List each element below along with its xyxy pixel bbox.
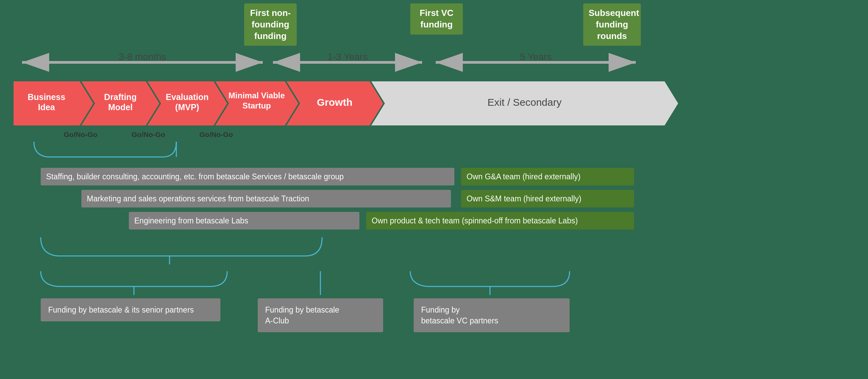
svg-text:Exit / Secondary: Exit / Secondary [488, 97, 561, 108]
bottom-funding-bracket [14, 268, 658, 302]
go-nogo-1: Go/No-Go [64, 131, 97, 139]
go-nogo-2: Go/No-Go [132, 131, 165, 139]
svg-text:Minimal Viable: Minimal Viable [229, 91, 285, 100]
svg-text:5 Years: 5 Years [520, 53, 551, 62]
vc-partners-box: Funding bybetascale VC partners [414, 298, 570, 332]
subsequent-funding-label: Subsequentfundingrounds [583, 3, 641, 46]
first-vc-funding-label: First VCfunding [410, 3, 463, 35]
months-arrow: 3-8 months [17, 53, 268, 72]
staffing-bar: Staffing, builder consulting, accounting… [41, 168, 454, 185]
betascale-partners-box: Funding by betascale & its senior partne… [41, 298, 220, 321]
first-non-funding-label: First non- founding funding [244, 3, 297, 46]
svg-text:1-3 Years: 1-3 Years [328, 53, 368, 62]
go-nogo-3: Go/No-Go [199, 131, 233, 139]
svg-text:3-8 months: 3-8 months [119, 53, 166, 62]
sm-team-bar: Own S&M team (hired externally) [461, 190, 634, 207]
process-chevrons-svg: Business Idea Drafting Model Evaluation … [14, 81, 678, 125]
svg-text:Growth: Growth [317, 97, 353, 108]
svg-text:Business: Business [27, 92, 65, 102]
marketing-bar: Marketing and sales operations services … [81, 190, 451, 207]
engineering-bar: Engineering from betascale Labs [129, 212, 359, 230]
svg-text:Drafting: Drafting [104, 92, 137, 102]
years1-arrow: 1-3 Years [268, 53, 427, 72]
svg-text:Evaluation: Evaluation [166, 92, 209, 102]
process-flow: Business Idea Drafting Model Evaluation … [14, 81, 678, 125]
go-nogo-bracket [14, 138, 319, 165]
aclub-box: Funding by betascaleA-Club [258, 298, 383, 332]
ga-team-bar: Own G&A team (hired externally) [461, 168, 634, 185]
svg-text:Idea: Idea [38, 102, 55, 112]
bottom-bracket [14, 234, 658, 268]
svg-text:Model: Model [108, 102, 133, 112]
product-team-bar: Own product & tech team (spinned-off fro… [366, 212, 634, 230]
svg-text:(MVP): (MVP) [175, 102, 199, 112]
years5-arrow: 5 Years [431, 53, 641, 72]
svg-text:Startup: Startup [242, 101, 271, 110]
